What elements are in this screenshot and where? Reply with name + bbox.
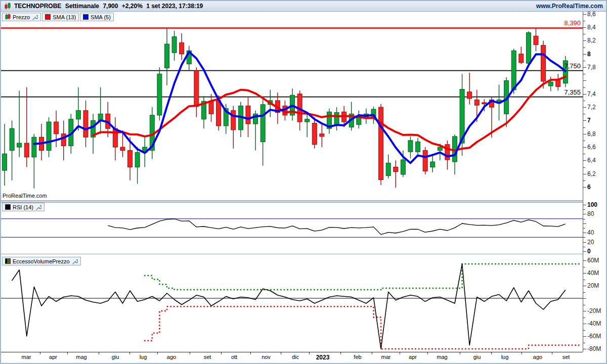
legend-eccessovolumeprezzo[interactable]: EccessoVolumePrezzo: [2, 257, 81, 265]
axis-tick: [583, 205, 586, 205]
month-label: mar: [381, 354, 391, 360]
volume-chart-canvas[interactable]: [1, 255, 583, 352]
month-tick: [99, 352, 99, 354]
axis-tick-label: -80M: [587, 345, 601, 352]
axis-tick: [583, 214, 586, 214]
month-tick: [522, 352, 522, 354]
axis-tick: [583, 298, 586, 299]
axis-tick: [583, 114, 585, 114]
axis-tick: [583, 247, 585, 247]
month-tick: [67, 352, 68, 354]
titlebar: TECHNOPROBE Settimanale 7,900 +2,20% 1 s…: [1, 1, 606, 12]
axis-tick: [583, 349, 586, 349]
wrench-icon[interactable]: [32, 14, 38, 20]
month-label: mag: [76, 354, 86, 360]
wrench-icon[interactable]: [72, 258, 78, 264]
axis-tick-label: 6,4: [587, 157, 596, 164]
month-label: mar: [22, 354, 31, 360]
axis-tick: [583, 292, 585, 293]
axis-tick: [583, 305, 585, 305]
rsi-legend: RSI (14): [2, 203, 45, 211]
legend-sma5[interactable]: SMA (5): [80, 13, 114, 21]
candlestick-icon: [5, 14, 11, 21]
axis-tick: [583, 21, 585, 21]
chart-title: TECHNOPROBE Settimanale 7,900 +2,20% 1 s…: [14, 3, 205, 10]
month-tick: [552, 352, 552, 354]
axis-tick-label: -60M: [587, 333, 601, 340]
axis-tick: [583, 174, 586, 174]
price-chart-canvas[interactable]: [1, 12, 583, 200]
axis-tick: [583, 311, 586, 311]
axis-tick-label: 8: [587, 51, 591, 58]
legend-sma13[interactable]: SMA (13): [42, 13, 79, 21]
quote-datetime: 1 set 2023, 17:38:19: [146, 3, 203, 10]
axis-tick: [583, 94, 586, 95]
axis-tick: [583, 27, 586, 28]
axis-tick-label: 100: [587, 201, 597, 208]
axis-tick: [583, 160, 586, 161]
axis-tick: [583, 107, 586, 108]
time-axis: maraprmaggiulugagosetottnovdic2023febmar…: [1, 352, 583, 362]
eccessovolume-color-swatch: [5, 258, 11, 264]
axis-tick: [583, 34, 585, 34]
axis-tick: [583, 343, 585, 343]
rsi-color-swatch: [5, 204, 11, 210]
axis-tick: [583, 237, 585, 238]
axis-tick: [583, 127, 585, 128]
axis-tick-label: 0: [587, 248, 591, 255]
axis-tick-label: 20: [587, 239, 594, 246]
axis-tick: [583, 251, 586, 252]
month-tick: [221, 352, 222, 354]
axis-tick-label: 8,2: [587, 37, 596, 44]
axis-tick: [583, 242, 586, 243]
axis-tick: [583, 14, 586, 15]
month-label: giu: [112, 354, 119, 360]
legend-label: SMA (5): [91, 14, 111, 20]
axis-tick: [583, 209, 585, 210]
axis-tick-label: 7: [587, 117, 591, 124]
axis-tick-label: 8,4: [587, 24, 596, 31]
axis-tick: [583, 74, 585, 74]
axis-tick-label: 6,2: [587, 170, 596, 177]
rsi-chart-canvas[interactable]: [1, 202, 583, 254]
axis-tick: [583, 324, 586, 324]
axis-tick: [583, 233, 586, 233]
axis-tick: [583, 330, 585, 331]
month-label: dic: [292, 354, 299, 360]
legend-prezzo[interactable]: Prezzo: [2, 13, 41, 21]
axis-tick: [583, 167, 585, 168]
month-tick: [281, 352, 281, 354]
axis-tick: [583, 120, 586, 121]
legend-label: SMA (13): [53, 14, 76, 20]
month-tick: [190, 352, 190, 354]
level-label-7750: 7,750: [1, 62, 581, 70]
axis-tick: [583, 67, 586, 68]
month-label: apr: [409, 354, 417, 360]
axis-tick-label: 6,6: [587, 144, 596, 151]
month-label: ott: [231, 354, 237, 360]
month-tick: [157, 352, 158, 354]
axis-tick: [583, 267, 585, 267]
axis-tick: [583, 80, 586, 81]
axis-tick: [583, 141, 585, 141]
prorealtime-link[interactable]: www.ProRealTime.com: [536, 3, 603, 10]
month-label: set: [562, 354, 570, 360]
axis-tick-label: 8,6: [587, 11, 596, 18]
month-label: lug: [501, 354, 509, 360]
month-tick: [309, 352, 310, 354]
axis-tick: [583, 228, 585, 229]
axis-tick: [583, 336, 586, 337]
legend-label: Prezzo: [13, 14, 30, 20]
panel-resize-handle[interactable]: [1, 254, 583, 254]
legend-rsi[interactable]: RSI (14): [2, 203, 45, 211]
panel-resize-handle[interactable]: [1, 200, 583, 203]
month-tick: [250, 352, 251, 354]
month-label: feb: [354, 354, 361, 360]
axis-tick: [583, 87, 585, 88]
wrench-icon[interactable]: [35, 204, 41, 210]
month-tick: [491, 352, 492, 354]
axis-tick: [583, 187, 586, 188]
month-label: ago: [167, 354, 176, 360]
change-percent: +2,20%: [122, 3, 143, 10]
month-label: ago: [533, 354, 542, 360]
